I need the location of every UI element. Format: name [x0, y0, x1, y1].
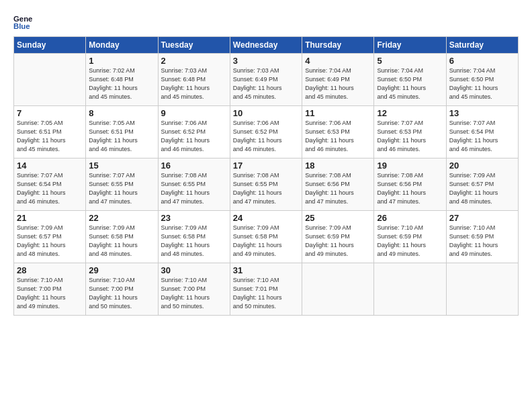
day-number: 23 [161, 213, 227, 223]
calendar-cell: 1Sunrise: 7:02 AM Sunset: 6:48 PM Daylig… [86, 54, 158, 106]
day-number: 17 [233, 161, 299, 171]
day-number: 7 [17, 108, 83, 118]
calendar-cell [302, 263, 374, 316]
day-number: 16 [161, 161, 227, 171]
logo-icon: General Blue [13, 12, 32, 31]
day-number: 13 [449, 108, 515, 118]
day-info: Sunrise: 7:04 AM Sunset: 6:50 PM Dayligh… [377, 66, 443, 101]
calendar-cell: 10Sunrise: 7:06 AM Sunset: 6:52 PM Dayli… [230, 106, 302, 158]
week-row-2: 7Sunrise: 7:05 AM Sunset: 6:51 PM Daylig… [14, 106, 519, 158]
calendar-cell: 16Sunrise: 7:08 AM Sunset: 6:55 PM Dayli… [158, 158, 230, 211]
day-info: Sunrise: 7:09 AM Sunset: 6:57 PM Dayligh… [449, 171, 515, 206]
header: General Blue [13, 12, 519, 31]
day-number: 27 [449, 213, 515, 223]
day-number: 2 [161, 56, 227, 66]
day-info: Sunrise: 7:09 AM Sunset: 6:57 PM Dayligh… [17, 224, 83, 259]
day-number: 20 [449, 161, 515, 171]
day-info: Sunrise: 7:07 AM Sunset: 6:54 PM Dayligh… [17, 171, 83, 206]
svg-text:Blue: Blue [13, 22, 30, 30]
calendar-cell: 27Sunrise: 7:10 AM Sunset: 6:59 PM Dayli… [446, 211, 518, 263]
header-day-saturday: Saturday [446, 37, 518, 54]
week-row-5: 28Sunrise: 7:10 AM Sunset: 7:00 PM Dayli… [14, 263, 519, 316]
calendar-cell: 18Sunrise: 7:08 AM Sunset: 6:56 PM Dayli… [302, 158, 374, 211]
calendar-cell: 11Sunrise: 7:06 AM Sunset: 6:53 PM Dayli… [302, 106, 374, 158]
day-info: Sunrise: 7:08 AM Sunset: 6:55 PM Dayligh… [161, 171, 227, 206]
day-info: Sunrise: 7:09 AM Sunset: 6:58 PM Dayligh… [89, 224, 154, 259]
calendar-cell: 23Sunrise: 7:09 AM Sunset: 6:58 PM Dayli… [158, 211, 230, 263]
day-number: 15 [89, 161, 154, 171]
calendar-cell: 2Sunrise: 7:03 AM Sunset: 6:48 PM Daylig… [158, 54, 230, 106]
day-number: 5 [377, 56, 443, 66]
calendar-cell: 21Sunrise: 7:09 AM Sunset: 6:57 PM Dayli… [14, 211, 86, 263]
day-info: Sunrise: 7:08 AM Sunset: 6:56 PM Dayligh… [305, 171, 371, 206]
week-row-3: 14Sunrise: 7:07 AM Sunset: 6:54 PM Dayli… [14, 158, 519, 211]
calendar-cell: 28Sunrise: 7:10 AM Sunset: 7:00 PM Dayli… [14, 263, 86, 316]
calendar-cell: 4Sunrise: 7:04 AM Sunset: 6:49 PM Daylig… [302, 54, 374, 106]
day-info: Sunrise: 7:05 AM Sunset: 6:51 PM Dayligh… [89, 119, 154, 154]
day-number: 3 [233, 56, 299, 66]
header-day-thursday: Thursday [302, 37, 374, 54]
week-row-4: 21Sunrise: 7:09 AM Sunset: 6:57 PM Dayli… [14, 211, 519, 263]
day-info: Sunrise: 7:09 AM Sunset: 6:59 PM Dayligh… [305, 224, 371, 259]
calendar-cell: 5Sunrise: 7:04 AM Sunset: 6:50 PM Daylig… [374, 54, 446, 106]
day-number: 28 [17, 265, 83, 275]
calendar-cell: 31Sunrise: 7:10 AM Sunset: 7:01 PM Dayli… [230, 263, 302, 316]
day-info: Sunrise: 7:10 AM Sunset: 7:00 PM Dayligh… [17, 276, 83, 311]
calendar-table: SundayMondayTuesdayWednesdayThursdayFrid… [13, 36, 519, 316]
calendar-cell: 17Sunrise: 7:08 AM Sunset: 6:55 PM Dayli… [230, 158, 302, 211]
header-day-friday: Friday [374, 37, 446, 54]
calendar-cell: 19Sunrise: 7:08 AM Sunset: 6:56 PM Dayli… [374, 158, 446, 211]
day-info: Sunrise: 7:07 AM Sunset: 6:53 PM Dayligh… [377, 119, 443, 154]
day-number: 4 [305, 56, 371, 66]
day-info: Sunrise: 7:02 AM Sunset: 6:48 PM Dayligh… [89, 66, 154, 101]
calendar-cell: 13Sunrise: 7:07 AM Sunset: 6:54 PM Dayli… [446, 106, 518, 158]
day-number: 1 [89, 56, 154, 66]
day-number: 30 [161, 265, 227, 275]
day-info: Sunrise: 7:05 AM Sunset: 6:51 PM Dayligh… [17, 119, 83, 154]
day-info: Sunrise: 7:07 AM Sunset: 6:55 PM Dayligh… [89, 171, 154, 206]
day-number: 9 [161, 108, 227, 118]
day-info: Sunrise: 7:06 AM Sunset: 6:52 PM Dayligh… [161, 119, 227, 154]
calendar-body: 1Sunrise: 7:02 AM Sunset: 6:48 PM Daylig… [14, 54, 519, 316]
day-number: 29 [89, 265, 154, 275]
day-number: 6 [449, 56, 515, 66]
day-number: 21 [17, 213, 83, 223]
calendar-cell [374, 263, 446, 316]
day-number: 8 [89, 108, 154, 118]
calendar-cell: 6Sunrise: 7:04 AM Sunset: 6:50 PM Daylig… [446, 54, 518, 106]
day-info: Sunrise: 7:09 AM Sunset: 6:58 PM Dayligh… [161, 224, 227, 259]
day-info: Sunrise: 7:10 AM Sunset: 7:01 PM Dayligh… [233, 276, 299, 311]
calendar-cell: 7Sunrise: 7:05 AM Sunset: 6:51 PM Daylig… [14, 106, 86, 158]
logo: General Blue [13, 12, 35, 31]
calendar-cell: 15Sunrise: 7:07 AM Sunset: 6:55 PM Dayli… [86, 158, 158, 211]
day-number: 19 [377, 161, 443, 171]
day-number: 14 [17, 161, 83, 171]
day-info: Sunrise: 7:08 AM Sunset: 6:56 PM Dayligh… [377, 171, 443, 206]
calendar-cell: 26Sunrise: 7:10 AM Sunset: 6:59 PM Dayli… [374, 211, 446, 263]
calendar-cell: 14Sunrise: 7:07 AM Sunset: 6:54 PM Dayli… [14, 158, 86, 211]
header-day-wednesday: Wednesday [230, 37, 302, 54]
calendar-cell [446, 263, 518, 316]
calendar-cell: 12Sunrise: 7:07 AM Sunset: 6:53 PM Dayli… [374, 106, 446, 158]
day-number: 10 [233, 108, 299, 118]
day-info: Sunrise: 7:10 AM Sunset: 7:00 PM Dayligh… [89, 276, 154, 311]
day-number: 31 [233, 265, 299, 275]
day-number: 25 [305, 213, 371, 223]
week-row-1: 1Sunrise: 7:02 AM Sunset: 6:48 PM Daylig… [14, 54, 519, 106]
calendar-cell: 24Sunrise: 7:09 AM Sunset: 6:58 PM Dayli… [230, 211, 302, 263]
day-info: Sunrise: 7:04 AM Sunset: 6:49 PM Dayligh… [305, 66, 371, 101]
day-number: 11 [305, 108, 371, 118]
day-info: Sunrise: 7:04 AM Sunset: 6:50 PM Dayligh… [449, 66, 515, 101]
calendar-cell: 9Sunrise: 7:06 AM Sunset: 6:52 PM Daylig… [158, 106, 230, 158]
header-day-tuesday: Tuesday [158, 37, 230, 54]
calendar-cell: 25Sunrise: 7:09 AM Sunset: 6:59 PM Dayli… [302, 211, 374, 263]
day-info: Sunrise: 7:08 AM Sunset: 6:55 PM Dayligh… [233, 171, 299, 206]
day-number: 18 [305, 161, 371, 171]
calendar-cell: 22Sunrise: 7:09 AM Sunset: 6:58 PM Dayli… [86, 211, 158, 263]
day-info: Sunrise: 7:10 AM Sunset: 7:00 PM Dayligh… [161, 276, 227, 311]
calendar-cell: 29Sunrise: 7:10 AM Sunset: 7:00 PM Dayli… [86, 263, 158, 316]
day-info: Sunrise: 7:07 AM Sunset: 6:54 PM Dayligh… [449, 119, 515, 154]
calendar-cell: 3Sunrise: 7:03 AM Sunset: 6:49 PM Daylig… [230, 54, 302, 106]
calendar-cell: 8Sunrise: 7:05 AM Sunset: 6:51 PM Daylig… [86, 106, 158, 158]
day-number: 12 [377, 108, 443, 118]
